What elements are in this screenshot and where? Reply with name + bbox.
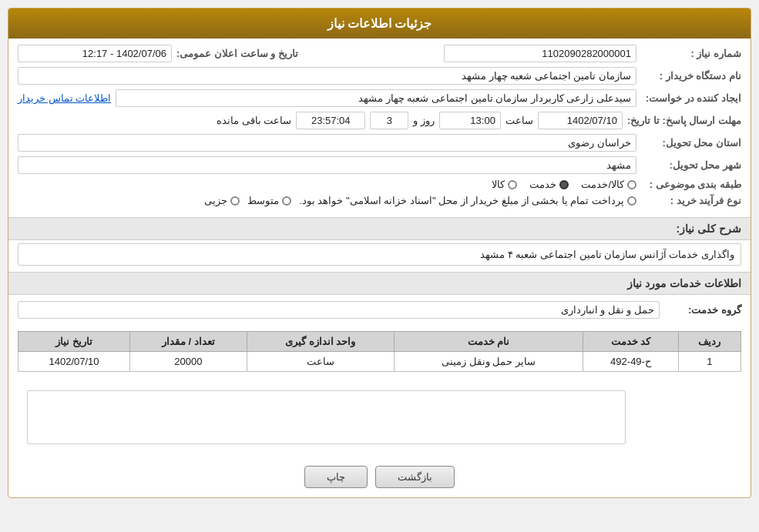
announcement-label: تاریخ و ساعت اعلان عمومی:	[176, 48, 298, 59]
category-radio-group: کالا/خدمت خدمت کالا	[492, 179, 636, 190]
buyer-notes-row	[8, 378, 751, 457]
province-label: استان محل تحویل:	[641, 137, 741, 149]
col-header-quantity: تعداد / مقدار	[130, 332, 247, 352]
deadline-date: 1402/07/10	[538, 112, 623, 129]
col-header-code: کد خدمت	[583, 332, 678, 352]
city-value: مشهد	[18, 156, 636, 174]
category-kala-khadamat: کالا/خدمت	[581, 179, 636, 190]
announcement-value: 1402/07/06 - 12:17	[18, 45, 172, 62]
city-label: شهر محل تحویل:	[641, 159, 741, 171]
services-table: ردیف کد خدمت نام خدمت واحد اندازه گیری ت…	[18, 331, 741, 372]
cell-quantity: 20000	[130, 352, 247, 372]
cell-code: ح-49-492	[583, 352, 678, 372]
category-label: طبقه بندی موضوعی :	[641, 179, 741, 190]
category-khadamat: خدمت	[529, 179, 569, 190]
deadline-time-label: ساعت	[505, 115, 533, 126]
process-motavasset-label: متوسط	[247, 195, 279, 206]
need-description-value: واگذاری خدمات آژانس سازمان تامین اجتماعی…	[18, 243, 741, 266]
category-kala-khadamat-label: کالا/خدمت	[581, 179, 624, 190]
radio-motavasset-icon	[282, 196, 291, 206]
col-header-date: تاریخ نیاز	[18, 332, 130, 352]
radio-full-icon	[627, 196, 636, 206]
cell-name: سایر حمل ونقل زمینی	[394, 352, 583, 372]
contact-info-link[interactable]: اطلاعات تماس خریدار	[18, 92, 111, 104]
cell-unit: ساعت	[247, 352, 394, 372]
service-info-section-title: اطلاعات خدمات مورد نیاز	[8, 272, 751, 295]
need-number-label: شماره نیاز :	[641, 48, 741, 59]
province-value: خراسان رضوی	[18, 134, 636, 152]
creator-label: ایجاد کننده در خواست:	[641, 92, 741, 104]
table-row: 1ح-49-492سایر حمل ونقل زمینیساعت20000140…	[18, 352, 741, 372]
col-header-name: نام خدمت	[394, 332, 583, 352]
cell-row: 1	[678, 352, 741, 372]
deadline-day-label: روز و	[413, 115, 435, 126]
deadline-remaining: 23:57:04	[296, 112, 365, 129]
radio-jozvi-icon	[230, 196, 240, 206]
need-number-value: 1102090282000001	[444, 45, 636, 62]
radio-kala-icon	[508, 180, 517, 189]
service-group-value: حمل و نقل و انبارداری	[18, 301, 660, 319]
back-button[interactable]: بازگشت	[375, 466, 455, 488]
print-button[interactable]: چاپ	[304, 466, 368, 488]
need-description-section-title: شرح کلی نیاز:	[8, 217, 751, 240]
deadline-label: مهلت ارسال پاسخ: تا تاریخ:	[627, 115, 741, 126]
cell-date: 1402/07/10	[18, 352, 130, 372]
process-full: پرداخت تمام یا بخشی از مبلغ خریدار از مح…	[299, 195, 636, 206]
org-name-value: سازمان تامین اجتماعی شعبه چهار مشهد	[18, 67, 636, 85]
process-type-label: نوع فرآیند خرید :	[641, 195, 741, 206]
org-name-label: نام دستگاه خریدار :	[641, 70, 741, 82]
col-header-row: ردیف	[678, 332, 741, 352]
radio-kala-khadamat-icon	[627, 180, 636, 189]
page-title: جزئیات اطلاعات نیاز	[8, 8, 751, 38]
deadline-remaining-label: ساعت باقی مانده	[217, 115, 291, 126]
button-row: بازگشت چاپ	[8, 457, 751, 497]
radio-khadamat-icon	[559, 180, 569, 189]
service-group-label: گروه خدمت:	[664, 304, 741, 316]
deadline-days: 3	[370, 112, 408, 129]
category-khadamat-label: خدمت	[529, 179, 556, 190]
process-full-label: پرداخت تمام یا بخشی از مبلغ خریدار از مح…	[299, 195, 624, 206]
category-kala: کالا	[492, 179, 517, 190]
col-header-unit: واحد اندازه گیری	[247, 332, 394, 352]
deadline-time: 13:00	[439, 112, 501, 129]
buyer-notes-value	[27, 390, 626, 444]
process-motavasset: متوسط	[247, 195, 291, 206]
process-jozvi: جزیی	[204, 195, 240, 206]
creator-value: سیدعلی زارعی کاربردار سازمان تامین اجتما…	[116, 89, 636, 107]
process-type-group: پرداخت تمام یا بخشی از مبلغ خریدار از مح…	[204, 195, 636, 206]
process-jozvi-label: جزیی	[204, 195, 227, 206]
category-kala-label: کالا	[492, 179, 505, 190]
